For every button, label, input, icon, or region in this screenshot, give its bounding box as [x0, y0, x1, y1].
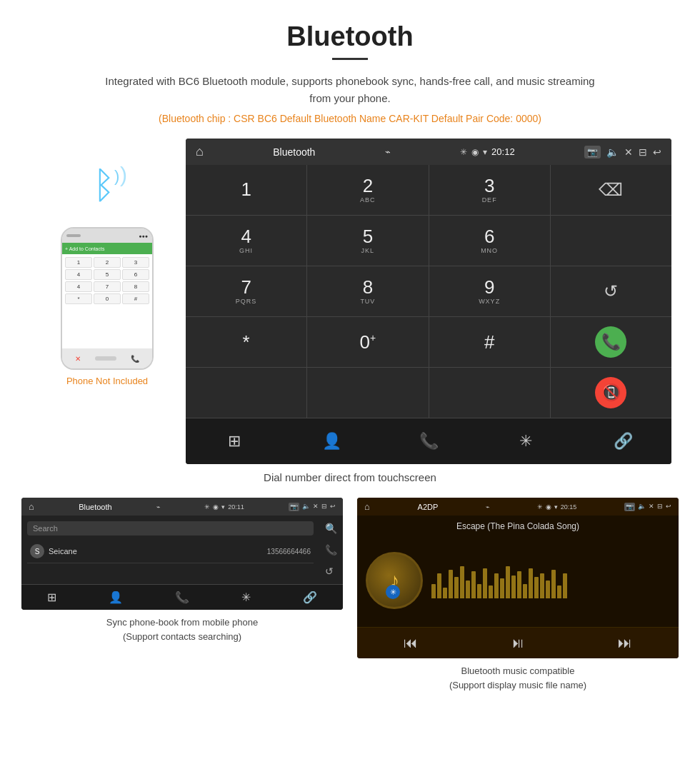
green-call-button[interactable]: 📞: [595, 326, 626, 358]
key-redial[interactable]: ↺: [551, 266, 671, 316]
phone-side: ᛒ ) ) ●●● + Add to Contacts 1 2 3 4 5 6: [29, 139, 186, 386]
key-7[interactable]: 7 PQRS: [186, 266, 306, 316]
viz-bar: [534, 577, 539, 598]
song-title: Escape (The Pina Colada Song): [357, 516, 679, 534]
viz-bar: [506, 566, 510, 598]
red-call-button[interactable]: 📵: [595, 377, 626, 408]
phone-key-0: 0: [94, 293, 121, 304]
page-title: Bluetooth: [14, 21, 686, 52]
music-header: ⌂ A2DP ⌁ ✳ ◉ ▾ 20:15 📷 🔈 ✕ ⊟ ↩: [357, 498, 679, 516]
wave-icon-1: ): [114, 167, 119, 186]
pnav-phone[interactable]: 📞: [175, 590, 189, 604]
bt-icon-music: ✳: [537, 503, 543, 511]
search-icon-right[interactable]: 🔍: [325, 523, 337, 534]
key-0[interactable]: 0+: [307, 317, 428, 367]
key-2[interactable]: 2 ABC: [307, 165, 428, 215]
bluetooth-specs: (Bluetooth chip : CSR BC6 Default Blueto…: [14, 113, 686, 124]
car-action-icons: 📷 🔈 ✕ ⊟ ↩: [584, 146, 661, 159]
key-backspace[interactable]: ⌫: [551, 165, 671, 215]
viz-bar: [431, 584, 436, 598]
viz-bar: [449, 570, 453, 598]
dialpad-grid: 1 2 ABC 3 DEF ⌫ 4 GHI 5 JKL 6: [186, 165, 671, 418]
close-icon-small[interactable]: ✕: [313, 503, 319, 511]
right-icons: 🔍 📞 ↺: [319, 516, 343, 584]
cam-icon-music[interactable]: 📷: [624, 503, 635, 511]
vol-icon-small[interactable]: 🔈: [302, 503, 310, 511]
viz-bar: [471, 571, 476, 598]
pnav-grid[interactable]: ⊞: [47, 590, 56, 604]
wifi-icon-music: ▾: [554, 503, 558, 511]
phone-icon-right[interactable]: 📞: [325, 544, 337, 556]
nav-phone-icon[interactable]: 📞: [414, 427, 443, 456]
key-empty-4: [429, 368, 550, 418]
key-star[interactable]: *: [186, 317, 306, 367]
phone-key-star: *: [65, 293, 92, 304]
key-call-red[interactable]: 📵: [551, 368, 671, 418]
music-controls: ⏮ ⏯ ⏭: [357, 627, 679, 658]
key-1[interactable]: 1: [186, 165, 306, 215]
prev-button[interactable]: ⏮: [404, 635, 418, 651]
key-hash[interactable]: #: [429, 317, 550, 367]
home-icon-music[interactable]: ⌂: [364, 501, 370, 512]
bt-icon-small: ✳: [204, 503, 210, 511]
music-status: ✳ ◉ ▾ 20:15: [537, 503, 577, 511]
car-dialpad-screen: ⌂ Bluetooth ⌁ ✳ ◉ ▾ 20:12 📷 🔈 ✕ ⊟ ↩ 1: [186, 139, 671, 464]
close-icon-music[interactable]: ✕: [649, 503, 654, 511]
key-5[interactable]: 5 JKL: [307, 216, 428, 266]
back-icon-music[interactable]: ↩: [666, 503, 671, 511]
close-icon[interactable]: ✕: [624, 146, 633, 158]
bluetooth-icon: ᛒ: [93, 164, 115, 206]
phone-key-hash: #: [122, 293, 149, 304]
viz-bar: [477, 584, 481, 598]
bottom-screenshots: ⌂ Bluetooth ⌁ ✳ ◉ ▾ 20:11 📷 🔈 ✕ ⊟ ↩: [0, 498, 700, 692]
album-art: ♪: [366, 552, 423, 609]
music-caption: Bluetooth music compatible (Support disp…: [449, 664, 586, 692]
home-icon[interactable]: ⌂: [196, 144, 204, 159]
viz-bar: [483, 568, 487, 598]
win-icon-small[interactable]: ⊟: [321, 503, 327, 511]
volume-icon[interactable]: 🔈: [606, 146, 619, 158]
nav-link-icon[interactable]: 🔗: [609, 427, 637, 456]
window-icon[interactable]: ⊟: [639, 146, 647, 158]
next-button[interactable]: ⏭: [618, 635, 632, 651]
play-pause-button[interactable]: ⏯: [511, 635, 525, 651]
main-content-area: ᛒ ) ) ●●● + Add to Contacts 1 2 3 4 5 6: [0, 139, 700, 464]
viz-bar: [546, 581, 550, 598]
back-icon-small[interactable]: ↩: [330, 503, 336, 511]
pnav-person[interactable]: 👤: [109, 590, 123, 604]
key-3[interactable]: 3 DEF: [429, 165, 550, 215]
wave-icon-2: ): [120, 163, 127, 187]
viz-bar: [500, 578, 504, 598]
back-icon[interactable]: ↩: [653, 146, 661, 158]
nav-bt-icon[interactable]: ✳: [511, 427, 540, 456]
vol-icon-music[interactable]: 🔈: [638, 503, 646, 511]
key-8[interactable]: 8 TUV: [307, 266, 428, 316]
nav-contacts-icon[interactable]: 👤: [317, 427, 346, 456]
phonebook-action-icons: 📷 🔈 ✕ ⊟ ↩: [289, 503, 336, 511]
key-4[interactable]: 4 GHI: [186, 216, 306, 266]
key-empty-1: [551, 216, 671, 266]
viz-bar: [517, 571, 521, 598]
car-bottom-nav: ⊞ 👤 📞 ✳ 🔗: [186, 418, 671, 464]
usb-icon-music: ⌁: [486, 503, 489, 511]
key-9[interactable]: 9 WXYZ: [429, 266, 550, 316]
contact-row-seicane[interactable]: S Seicane 13566664466: [27, 540, 314, 563]
camera-icon[interactable]: 📷: [584, 146, 601, 159]
page-description: Integrated with BC6 Bluetooth module, su…: [100, 73, 600, 107]
key-6[interactable]: 6 MNO: [429, 216, 550, 266]
refresh-icon-right[interactable]: ↺: [325, 566, 337, 577]
phone-key-2: 2: [94, 257, 121, 268]
win-icon-music[interactable]: ⊟: [657, 503, 663, 511]
nav-grid-icon[interactable]: ⊞: [220, 427, 249, 456]
cam-icon-small[interactable]: 📷: [289, 503, 299, 511]
loc-icon-small: ◉: [213, 503, 219, 511]
phonebook-title: Bluetooth: [79, 503, 111, 511]
home-icon-small[interactable]: ⌂: [29, 501, 34, 512]
pnav-link[interactable]: 🔗: [303, 590, 317, 604]
search-bar[interactable]: Search: [27, 521, 314, 536]
search-placeholder: Search: [33, 524, 58, 533]
pnav-bt[interactable]: ✳: [241, 590, 251, 604]
key-call-green[interactable]: 📞: [551, 317, 671, 367]
title-divider: [332, 58, 368, 60]
key-empty-3: [307, 368, 428, 418]
